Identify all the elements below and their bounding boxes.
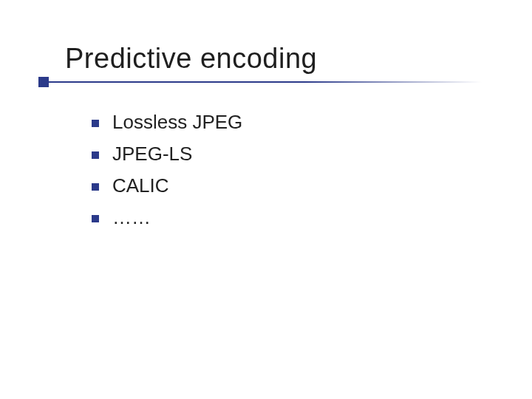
square-bullet-icon [92, 151, 99, 159]
square-bullet-icon [92, 215, 99, 222]
title-container: Predictive encoding [65, 43, 317, 75]
slide-title: Predictive encoding [65, 43, 317, 75]
square-bullet-icon [92, 120, 99, 127]
list-item: Lossless JPEG [92, 109, 476, 135]
list-item-text: Lossless JPEG [112, 109, 242, 135]
list-item: CALIC [92, 173, 476, 199]
slide: Predictive encoding Lossless JPEG JPEG-L… [0, 0, 532, 399]
list-item: JPEG-LS [92, 141, 476, 167]
bullet-list: Lossless JPEG JPEG-LS CALIC …… [92, 103, 476, 236]
list-item-text: CALIC [112, 173, 169, 199]
list-item-text: …… [112, 205, 151, 231]
square-bullet-icon [92, 183, 99, 191]
list-item: …… [92, 205, 476, 231]
title-rule [38, 81, 482, 83]
list-item-text: JPEG-LS [112, 141, 192, 167]
